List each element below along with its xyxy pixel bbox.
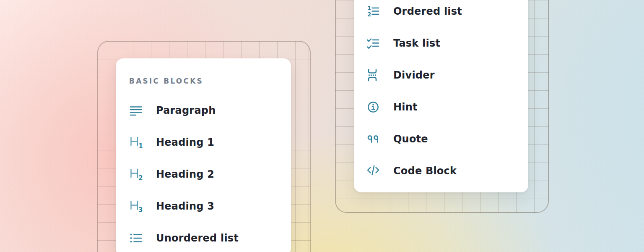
svg-text:2: 2 — [367, 11, 371, 18]
paragraph-icon — [129, 104, 143, 117]
menu-item-label: Code Block — [393, 165, 457, 177]
menu-item-label: Heading 1 — [156, 136, 214, 148]
menu-item-heading-1[interactable]: 1 Heading 1 — [129, 126, 291, 158]
unordered-list-icon — [129, 231, 143, 245]
menu-item-label: Task list — [393, 37, 440, 49]
basic-blocks-menu: BASIC BLOCKS Paragraph 1 Heading 1 2 — [116, 58, 291, 252]
menu-item-paragraph[interactable]: Paragraph — [129, 94, 291, 126]
menu-item-label: Heading 3 — [156, 200, 214, 212]
editor-blocks-illustration: BASIC BLOCKS Paragraph 1 Heading 1 2 — [0, 0, 644, 252]
menu-item-code-block[interactable]: Code Block — [366, 155, 528, 187]
menu-item-label: Unordered list — [156, 232, 239, 244]
menu-item-label: Hint — [393, 101, 418, 113]
menu-item-hint[interactable]: Hint — [366, 91, 528, 123]
menu-item-label: Paragraph — [156, 105, 216, 116]
svg-text:1: 1 — [139, 142, 143, 150]
menu-item-quote[interactable]: Quote — [366, 123, 528, 155]
heading-3-icon: 3 — [129, 200, 143, 213]
blocks-menu-right: 1 2 Ordered list Task list — [354, 0, 528, 192]
code-block-icon — [366, 164, 380, 178]
heading-1-icon: 1 — [129, 136, 143, 149]
menu-item-unordered-list[interactable]: Unordered list — [129, 222, 291, 252]
menu-item-label: Quote — [393, 133, 428, 145]
hint-icon — [366, 100, 380, 114]
menu-item-label: Heading 2 — [156, 168, 214, 180]
divider-icon — [366, 68, 380, 82]
section-label-basic-blocks: BASIC BLOCKS — [129, 74, 291, 89]
menu-item-heading-2[interactable]: 2 Heading 2 — [129, 158, 291, 190]
menu-item-ordered-list[interactable]: 1 2 Ordered list — [366, 0, 528, 27]
menu-item-heading-3[interactable]: 3 Heading 3 — [129, 190, 291, 222]
menu-item-label: Divider — [393, 69, 435, 81]
menu-item-label: Ordered list — [393, 5, 462, 17]
quote-icon — [366, 132, 380, 146]
svg-text:3: 3 — [138, 206, 143, 213]
heading-2-icon: 2 — [129, 168, 143, 181]
ordered-list-icon: 1 2 — [366, 5, 380, 18]
menu-item-task-list[interactable]: Task list — [366, 27, 528, 59]
svg-text:2: 2 — [138, 174, 143, 181]
task-list-icon — [366, 37, 380, 50]
menu-item-divider[interactable]: Divider — [366, 59, 528, 91]
